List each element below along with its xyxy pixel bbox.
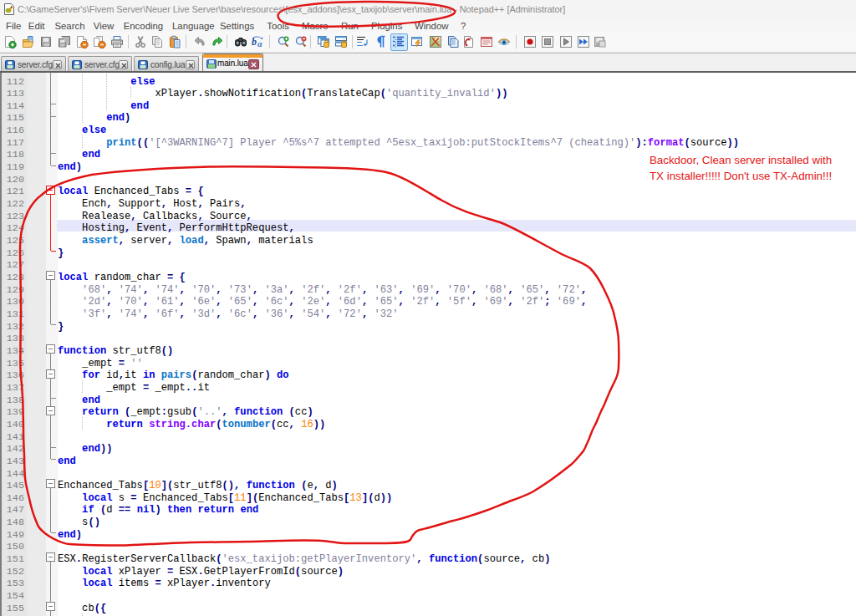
svg-text:b: b [252,36,257,48]
svg-text:a: a [257,38,262,48]
